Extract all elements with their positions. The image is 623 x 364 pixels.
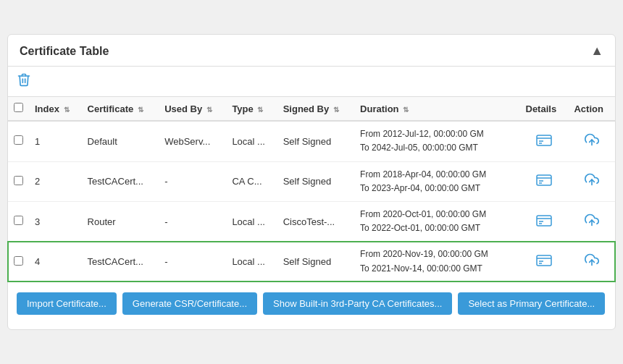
col-signed-by[interactable]: Signed By ⇅ — [277, 97, 354, 122]
sort-icon-certificate: ⇅ — [138, 106, 143, 114]
row-used-by: - — [159, 161, 226, 201]
row-certificate: TestCACert... — [82, 161, 159, 201]
show-builtin-button[interactable]: Show Built-in 3rd-Party CA Certificates.… — [263, 292, 452, 315]
row-index: 1 — [29, 121, 82, 161]
col-index[interactable]: Index ⇅ — [29, 97, 82, 122]
row-action[interactable] — [568, 202, 615, 242]
row-used-by: WebServ... — [159, 121, 226, 161]
row-index: 4 — [29, 242, 82, 282]
row-certificate: Default — [82, 121, 159, 161]
table-row: 4TestCACert...-Local ...Self SignedFrom … — [8, 242, 615, 282]
table-row: 1DefaultWebServ...Local ...Self SignedFr… — [8, 121, 615, 161]
row-4-checkbox[interactable] — [14, 256, 23, 266]
col-used-by[interactable]: Used By ⇅ — [159, 97, 226, 122]
row-details[interactable] — [520, 242, 569, 282]
row-checkbox-cell — [8, 202, 29, 242]
sort-icon-duration: ⇅ — [403, 106, 409, 114]
row-action[interactable] — [568, 161, 615, 201]
row-checkbox-cell — [8, 161, 29, 201]
row-type: Local ... — [226, 242, 277, 282]
svg-rect-0 — [537, 135, 551, 145]
row-3-checkbox[interactable] — [14, 216, 23, 225]
col-details: Details — [520, 97, 569, 122]
row-duration: From 2018-Apr-04, 00:00:00 GMTo 2023-Apr… — [354, 161, 519, 201]
row-signed-by: Self Signed — [277, 242, 354, 282]
details-icon[interactable] — [536, 213, 552, 229]
card-header: Certificate Table ▲ — [8, 35, 615, 67]
row-type: Local ... — [226, 121, 277, 161]
row-type: CA C... — [226, 161, 277, 201]
table-body: 1DefaultWebServ...Local ...Self SignedFr… — [8, 121, 615, 282]
row-checkbox-cell — [8, 242, 29, 282]
sort-icon-used-by: ⇅ — [206, 106, 212, 114]
sort-icon-type: ⇅ — [257, 106, 263, 114]
certificate-table: Index ⇅ Certificate ⇅ Used By ⇅ Type ⇅ S… — [8, 96, 615, 282]
card-title: Certificate Table — [20, 45, 109, 58]
trash-icon[interactable] — [17, 75, 31, 90]
row-details[interactable] — [520, 161, 569, 201]
details-icon[interactable] — [536, 253, 552, 269]
col-duration[interactable]: Duration ⇅ — [354, 97, 519, 122]
row-checkbox-cell — [8, 121, 29, 161]
row-index: 3 — [29, 202, 82, 242]
import-certificate-button[interactable]: Import Certificate... — [17, 292, 117, 315]
row-1-checkbox[interactable] — [14, 135, 23, 145]
table-row: 2TestCACert...-CA C...Self SignedFrom 20… — [8, 161, 615, 201]
row-duration: From 2020-Oct-01, 00:00:00 GMTo 2022-Oct… — [354, 202, 519, 242]
svg-rect-10 — [537, 216, 551, 226]
row-used-by: - — [159, 202, 226, 242]
table-header-row: Index ⇅ Certificate ⇅ Used By ⇅ Type ⇅ S… — [8, 97, 615, 122]
details-icon[interactable] — [536, 133, 552, 149]
row-duration: From 2020-Nov-19, 00:00:00 GMTo 2021-Nov… — [354, 242, 519, 282]
row-certificate: Router — [82, 202, 159, 242]
sort-icon-signed-by: ⇅ — [333, 106, 339, 114]
row-details[interactable] — [520, 202, 569, 242]
col-certificate[interactable]: Certificate ⇅ — [82, 97, 159, 122]
row-used-by: - — [159, 242, 226, 282]
row-action[interactable] — [568, 121, 615, 161]
row-2-checkbox[interactable] — [14, 176, 23, 185]
col-type[interactable]: Type ⇅ — [226, 97, 277, 122]
toolbar — [8, 67, 615, 93]
row-signed-by: Self Signed — [277, 121, 354, 161]
row-signed-by: Self Signed — [277, 161, 354, 201]
generate-csr-button[interactable]: Generate CSR/Certificate... — [122, 292, 257, 315]
row-duration: From 2012-Jul-12, 00:00:00 GMTo 2042-Jul… — [354, 121, 519, 161]
select-all-header[interactable] — [8, 97, 29, 122]
select-all-checkbox[interactable] — [14, 103, 23, 112]
chevron-up-icon[interactable]: ▲ — [590, 43, 603, 59]
upload-icon[interactable] — [585, 174, 599, 190]
details-icon[interactable] — [536, 173, 552, 189]
row-signed-by: CiscoTest-... — [277, 202, 354, 242]
col-action: Action — [568, 97, 615, 122]
row-type: Local ... — [226, 202, 277, 242]
upload-icon[interactable] — [585, 134, 599, 150]
row-action[interactable] — [568, 242, 615, 282]
select-primary-button[interactable]: Select as Primary Certificate... — [458, 292, 605, 315]
actions-area: Import Certificate... Generate CSR/Certi… — [8, 282, 615, 318]
row-details[interactable] — [520, 121, 569, 161]
upload-icon[interactable] — [585, 254, 599, 270]
sort-icon-index: ⇅ — [64, 106, 70, 114]
table-row: 3Router-Local ...CiscoTest-...From 2020-… — [8, 202, 615, 242]
certificate-table-card: Certificate Table ▲ Index ⇅ Certificate … — [7, 34, 616, 330]
row-certificate: TestCACert... — [82, 242, 159, 282]
upload-icon[interactable] — [585, 214, 599, 230]
svg-rect-15 — [537, 255, 551, 266]
svg-rect-5 — [537, 175, 551, 185]
row-index: 2 — [29, 161, 82, 201]
